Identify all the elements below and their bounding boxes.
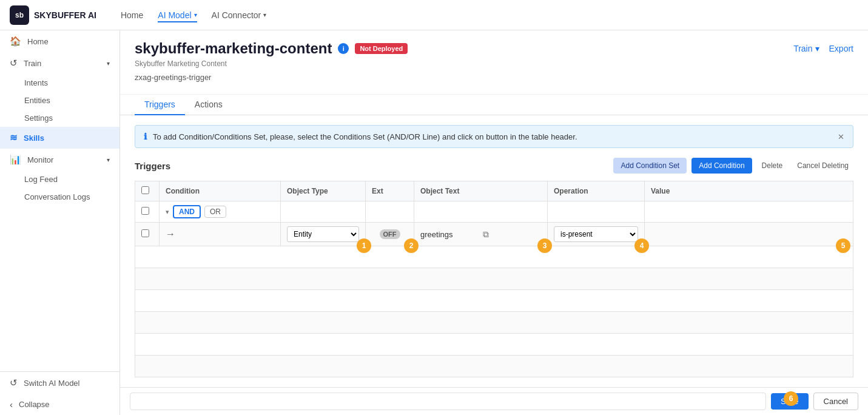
bottom-bar: 6 Save Cancel [120,387,868,415]
content-area: ℹ To add Condition/Conditions Set, pleas… [120,115,868,387]
row1-object-type-cell [281,201,366,223]
home-icon: 🏠 [10,36,21,47]
table-row [135,334,853,356]
row1-object-text-cell [414,201,548,223]
operation-select[interactable]: is-present is-not-present equals contain… [554,226,638,242]
sidebar-item-skills[interactable]: ≋ Skills [0,127,119,149]
train-button[interactable]: Train ▾ [793,44,819,53]
top-nav: sb SKYBUFFER AI Home AI Model ▾ AI Conne… [0,0,868,30]
or-button[interactable]: OR [204,206,226,218]
export-button[interactable]: Export [829,44,853,53]
main-content: skybuffer-marketing-content i Not Deploy… [120,30,868,415]
row2-value-cell: 5 [645,223,853,246]
sidebar-item-intents[interactable]: Intents [0,74,119,92]
ai-connector-chevron-icon: ▾ [263,12,266,18]
logo-badge: sb [10,5,29,25]
triggers-header-buttons: Add Condition Set Add Condition Delete C… [613,158,853,174]
col-object-type: Object Type [281,181,366,201]
badge-2: 2 [404,238,419,253]
object-type-select[interactable]: Entity Intent Context [287,226,359,242]
arrow-icon: → [166,229,175,239]
badge-4: 4 [634,238,649,253]
table-row: ▾ AND OR [135,201,853,223]
switch-icon: ↺ [10,377,18,388]
alert-close-button[interactable]: ✕ [838,132,844,141]
main-header: skybuffer-marketing-content i Not Deploy… [120,30,868,95]
copy-icon[interactable]: ⧉ [483,229,542,240]
row1-operation-cell [548,201,645,223]
header-actions: Train ▾ Export [793,44,853,53]
info-alert: ℹ To add Condition/Conditions Set, pleas… [135,125,853,148]
col-value: Value [645,181,853,201]
badge-5: 5 [836,238,850,253]
page-title-row: skybuffer-marketing-content i Not Deploy… [135,40,853,57]
tab-actions[interactable]: Actions [185,95,232,115]
tab-triggers[interactable]: Triggers [135,95,185,115]
monitor-chevron-icon: ▾ [107,157,110,163]
sidebar-bottom: ↺ Switch AI Model ‹ Collapse [0,371,119,415]
layout: 🏠 Home ↺ Train ▾ Intents Entities Settin… [0,0,868,415]
row2-checkbox[interactable] [141,229,149,237]
ai-model-chevron-icon: ▾ [194,12,197,18]
row2-object-type-cell: Entity Intent Context 1 [281,223,366,246]
bottom-input[interactable] [130,393,766,410]
table-row [135,268,853,290]
collapse-icon: ‹ [10,399,13,410]
add-condition-set-button[interactable]: Add Condition Set [613,158,687,174]
triggers-section-header: Triggers Add Condition Set Add Condition… [135,158,853,174]
table-row [135,312,853,334]
sidebar-item-entities[interactable]: Entities [0,92,119,109]
col-operation: Operation [548,181,645,201]
object-text-wrapper: greetings ⧉ [420,229,541,240]
row1-value-cell [645,201,853,223]
nav-ai-connector[interactable]: AI Connector ▾ [212,8,267,22]
sidebar-item-settings[interactable]: Settings [0,109,119,127]
add-condition-button[interactable]: Add Condition [691,158,752,174]
and-button[interactable]: AND [173,205,201,218]
col-condition: Condition [160,181,281,201]
page-title: skybuffer-marketing-content [135,40,332,57]
col-checkbox [135,181,160,201]
and-or-row: ▾ AND OR [166,205,274,218]
row1-checkbox-cell [135,201,160,223]
logo-area: sb SKYBUFFER AI [10,5,96,25]
brand-name: SKYBUFFER AI [34,10,96,20]
collapse-button[interactable]: ‹ Collapse [0,394,119,415]
object-text-value: greetings [420,230,479,239]
info-icon[interactable]: i [338,43,349,54]
col-ext: Ext [366,181,414,201]
table-row [135,246,853,268]
badge-3: 3 [537,238,552,253]
nav-ai-model[interactable]: AI Model ▾ [158,8,197,22]
cancel-deleting-button[interactable]: Cancel Deleting [792,158,853,174]
sidebar-item-train[interactable]: ↺ Train ▾ [0,52,119,74]
row2-checkbox-cell [135,223,160,246]
sidebar-item-monitor[interactable]: 📊 Monitor ▾ [0,149,119,170]
badge-1: 1 [357,238,371,253]
col-object-text: Object Text [414,181,548,201]
select-all-checkbox[interactable] [141,186,149,194]
badge-6: 6 [784,391,798,406]
sidebar-item-log-feed[interactable]: Log Feed [0,170,119,188]
skills-icon: ≋ [10,132,18,143]
row2-object-text-cell: greetings ⧉ 3 [414,223,548,246]
nav-home[interactable]: Home [121,8,143,22]
sidebar-item-home[interactable]: 🏠 Home [0,30,119,52]
alert-info-icon: ℹ [144,132,147,141]
triggers-section-title: Triggers [135,161,170,171]
row1-checkbox[interactable] [141,207,149,215]
cancel-button[interactable]: Cancel [813,393,858,410]
intent-name: zxag-greetings-trigger [135,73,853,82]
table-row [135,290,853,312]
switch-ai-model-button[interactable]: ↺ Switch AI Model [0,372,119,394]
monitor-icon: 📊 [10,154,21,165]
sidebar: 🏠 Home ↺ Train ▾ Intents Entities Settin… [0,30,120,415]
delete-button[interactable]: Delete [757,158,788,174]
ext-toggle[interactable]: OFF [380,229,400,239]
sidebar-item-conversation-logs[interactable]: Conversation Logs [0,188,119,206]
expand-chevron-icon[interactable]: ▾ [166,208,169,216]
table-row [135,356,853,377]
page-subtitle: Skybuffer Marketing Content [135,59,853,68]
triggers-table: Condition Object Type Ext Object Text [135,181,853,377]
train-icon: ↺ [10,58,18,69]
